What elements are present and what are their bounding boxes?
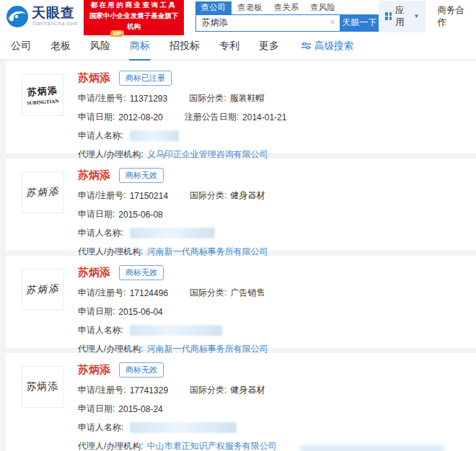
pub-date-group: 注册公告日期: 2014-01-21 [163,111,287,123]
trademark-thumb-subtext: SUBINGTIAN [27,98,59,106]
nav-item-bidding[interactable]: 招投标 [168,38,201,54]
trademark-thumb-text: 苏炳添 [25,282,59,297]
tianyancha-logo[interactable]: 天眼查 TianYanCha.com [6,5,78,28]
class-value: 广告销售 [230,287,265,299]
trademark-result-card: 苏炳添 SUBINGTIAN 苏炳添 商标已注册 申请/注册号: 1137129… [6,61,476,153]
trademark-thumb-text: 苏炳添 [27,380,59,393]
nav-item-trademark[interactable]: 商标 [128,38,151,54]
class-label: 国际分类: [189,92,226,104]
trademark-result-card: 苏炳添 苏炳添 商标无效 申请/注册号: 17150214 国际分类: 健身器材… [6,158,476,251]
reg-no-value: 17150214 [130,191,168,201]
search-tab-boss[interactable]: 查老板 [232,1,268,14]
chevron-down-icon: ▼ [414,13,420,19]
promo-banner-line1: 都在用的商业查询工具 [87,0,180,11]
trademark-name-link[interactable]: 苏炳添 [78,71,110,85]
search-input[interactable] [195,14,340,32]
nav-item-risk[interactable]: 风险 VIP [89,38,112,54]
results-list: 苏炳添 SUBINGTIAN 苏炳添 商标已注册 申请/注册号: 1137129… [0,60,476,451]
advanced-search-label: 高级搜索 [314,40,353,53]
filter-sliders-icon [301,42,311,50]
trademark-thumb-text: 苏炳添 [27,84,58,99]
class-label: 国际分类: [190,384,226,396]
trademark-thumbnail[interactable]: 苏炳添 [22,269,63,311]
nav-item-risk-label: 风险 [90,40,110,51]
advanced-search-link[interactable]: 高级搜索 [301,40,353,53]
pub-date-value: 2014-01-21 [242,112,286,122]
trademark-thumbnail[interactable]: 苏炳添 [22,366,63,408]
clear-search-icon[interactable]: × [330,17,335,27]
trademark-status-badge: 商标无效 [119,265,164,280]
nav-item-company[interactable]: 公司 [9,38,32,54]
applicant-label: 申请人名称: [78,227,123,239]
promo-banner: 都在用的商业查询工具 国家中小企业发展子基金旗下机构 [84,0,184,35]
agent-label: 代理人/办理机构: [78,440,144,451]
trademark-thumb-text: 苏炳添 [25,185,59,200]
applicant-label: 申请人名称: [78,421,123,434]
apply-date-label: 申请日期: [78,208,115,220]
apply-date-label: 申请日期: [78,111,115,123]
search-tab-risk[interactable]: 查风险 [304,1,341,14]
search-box: × 天眼一下 [195,14,379,32]
trademark-status-badge: 商标无效 [119,362,164,378]
header-right: 应用 ▼ 商务合作 [379,1,469,32]
class-label: 国际分类: [190,189,226,202]
nav-item-boss[interactable]: 老板 [49,38,72,54]
apply-date-value: 2012-08-20 [118,112,162,122]
applicant-name-redacted [130,228,215,238]
trademark-name-link[interactable]: 苏炳添 [78,363,110,377]
category-nav: 公司 老板 风险 VIP 商标 招投标 专利 更多 高级搜索 [0,32,476,60]
class-value: 健身器材 [230,384,265,396]
applicant-name-redacted [130,422,237,433]
search-tab-relation[interactable]: 查关系 [268,1,305,14]
apply-date-label: 申请日期: [78,403,115,415]
applicant-label: 申请人名称: [78,130,123,142]
trademark-result-card: 苏炳添 苏炳添 商标无效 申请/注册号: 17741329 国际分类: 健身器材… [6,353,476,451]
promo-banner-line2: 国家中小企业发展子基金旗下机构 [87,11,180,32]
trademark-name-link[interactable]: 苏炳添 [78,266,110,280]
logo-domain: TianYanCha.com [32,21,78,27]
business-cooperation-link[interactable]: 商务合作 [437,4,469,29]
search-type-tabs: 查公司 查老板 查关系 查风险 [195,1,379,14]
class-label: 国际分类: [190,287,226,299]
logo-title: 天眼查 [32,6,78,19]
vip-badge: VIP [110,30,124,37]
applicant-name-redacted [130,325,222,336]
trademark-thumbnail[interactable]: 苏炳添 [22,171,63,213]
search-area: 查公司 查老板 查关系 查风险 × 天眼一下 [195,1,379,32]
apply-date-label: 申请日期: [78,305,115,318]
apps-grid-icon [385,12,392,20]
reg-no-value: 17741329 [130,385,168,396]
search-button[interactable]: 天眼一下 [340,14,379,32]
pub-date-label: 注册公告日期: [185,111,239,123]
apply-date-value: 2015-08-24 [118,404,162,414]
top-header: 天眼查 TianYanCha.com 都在用的商业查询工具 国家中小企业发展子基… [0,0,476,32]
trademark-result-card: 苏炳添 苏炳添 商标无效 申请/注册号: 17124496 国际分类: 广告销售… [6,256,476,348]
class-value: 健身器材 [230,189,265,202]
reg-no-value: 17124496 [130,288,168,298]
agent-company-link[interactable]: 中山市君正知识产权服务有限公司 [147,440,277,451]
reg-no-label: 申请/注册号: [78,287,126,299]
trademark-status-badge: 商标无效 [119,168,164,183]
apply-date-value: 2015-06-08 [118,210,162,220]
class-value: 服装鞋帽 [230,92,265,104]
reg-no-value: 11371293 [130,94,168,104]
nav-item-patent[interactable]: 专利 [218,38,241,54]
reg-no-label: 申请/注册号: [78,92,126,104]
applicant-label: 申请人名称: [78,324,123,336]
trademark-status-badge: 商标已注册 [119,71,172,86]
applicant-name-redacted [130,130,179,141]
nav-item-more[interactable]: 更多 [257,38,281,54]
trademark-name-link[interactable]: 苏炳添 [78,169,110,182]
trademark-thumbnail[interactable]: 苏炳添 SUBINGTIAN [22,74,63,116]
reg-no-label: 申请/注册号: [78,384,126,396]
eye-logo-icon [6,5,29,28]
apps-label: 应用 [395,4,410,29]
apps-menu-button[interactable]: 应用 ▼ [379,1,426,32]
reg-no-label: 申请/注册号: [78,189,126,202]
search-tab-company[interactable]: 查公司 [195,1,232,14]
apply-date-value: 2015-06-04 [118,307,162,317]
